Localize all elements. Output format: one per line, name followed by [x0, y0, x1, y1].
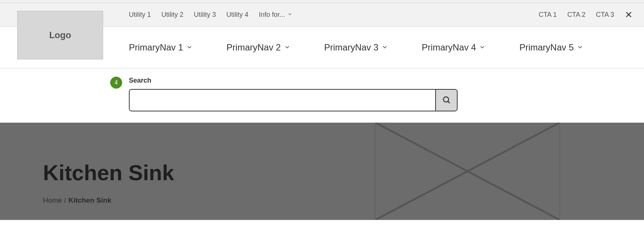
- hero: Kitchen Sink Home / Kitchen Sink: [0, 123, 644, 220]
- primary-nav-label: PrimaryNav 5: [519, 42, 573, 53]
- search-input[interactable]: [130, 90, 435, 111]
- cta-link-3[interactable]: CTA 3: [596, 11, 614, 19]
- annotation-badge: 4: [110, 77, 122, 89]
- primary-nav-4[interactable]: PrimaryNav 4: [422, 42, 486, 53]
- primary-nav-label: PrimaryNav 2: [226, 42, 281, 53]
- primary-nav-3[interactable]: PrimaryNav 3: [324, 42, 388, 53]
- search-label: Search: [129, 77, 644, 84]
- primary-nav-5[interactable]: PrimaryNav 5: [519, 42, 583, 53]
- cta-link-1[interactable]: CTA 1: [539, 11, 557, 19]
- search-region: 4 Search: [0, 68, 644, 123]
- primary-nav-label: PrimaryNav 1: [129, 42, 183, 53]
- search-icon: [442, 95, 451, 105]
- utility-link-2[interactable]: Utility 2: [161, 11, 183, 19]
- chevron-down-icon: [381, 42, 388, 53]
- chevron-down-icon: [287, 11, 292, 19]
- search-form: [129, 89, 458, 111]
- chevron-down-icon: [577, 42, 583, 53]
- primary-nav-bar: Logo PrimaryNav 1 PrimaryNav 2 PrimaryNa…: [0, 27, 644, 68]
- chevron-down-icon: [284, 42, 291, 53]
- chevron-down-icon: [479, 42, 486, 53]
- logo[interactable]: Logo: [17, 11, 103, 59]
- breadcrumb-current: Kitchen Sink: [68, 196, 111, 205]
- breadcrumb: Home / Kitchen Sink: [43, 196, 174, 205]
- primary-nav-label: PrimaryNav 4: [422, 42, 476, 53]
- page-title: Kitchen Sink: [43, 160, 174, 185]
- hero-image-placeholder: [375, 123, 560, 220]
- svg-line-3: [448, 101, 450, 103]
- info-for-label: Info for...: [259, 11, 285, 19]
- chevron-down-icon: [186, 42, 193, 53]
- close-icon[interactable]: [625, 10, 633, 19]
- cta-link-2[interactable]: CTA 2: [567, 11, 586, 19]
- info-for-dropdown[interactable]: Info for...: [259, 11, 292, 19]
- breadcrumb-separator: /: [64, 196, 66, 205]
- utility-link-1[interactable]: Utility 1: [129, 11, 151, 19]
- primary-nav-1[interactable]: PrimaryNav 1: [129, 42, 193, 53]
- utility-link-4[interactable]: Utility 4: [226, 11, 248, 19]
- search-button[interactable]: [435, 90, 457, 111]
- primary-nav-2[interactable]: PrimaryNav 2: [226, 42, 290, 53]
- breadcrumb-home[interactable]: Home: [43, 196, 62, 205]
- svg-point-2: [443, 97, 449, 102]
- logo-label: Logo: [49, 30, 71, 40]
- utility-link-3[interactable]: Utility 3: [194, 11, 216, 19]
- primary-nav-label: PrimaryNav 3: [324, 42, 378, 53]
